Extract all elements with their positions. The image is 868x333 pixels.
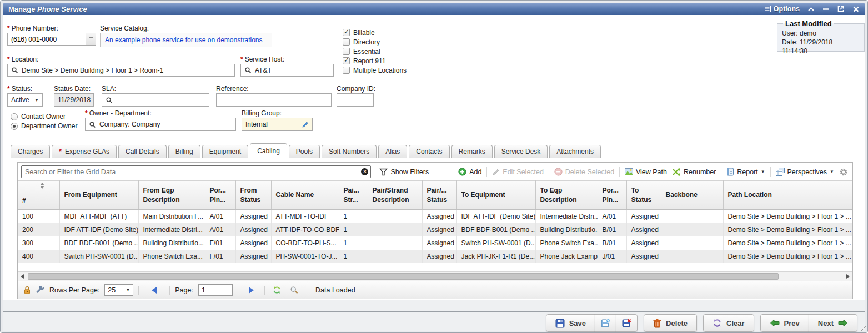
cell: Assigned [626,210,661,223]
next-button[interactable]: Next [809,314,857,332]
radio-contact-owner[interactable]: Contact Owner [11,113,66,120]
page-number-input[interactable] [198,284,233,296]
phone-number-input[interactable] [8,33,86,45]
triangle-left-icon [21,274,24,279]
save-and-close-button[interactable] [616,314,638,332]
delete-button[interactable]: Delete [644,314,697,332]
wrench-icon[interactable] [36,286,44,294]
cell: Assigned [235,236,271,250]
edit-selected-button[interactable]: Edit Selected [492,168,544,176]
rows-per-page-value: 25 [108,286,116,294]
prev-button[interactable]: Prev [760,314,809,332]
column-header-from-equipment[interactable]: From Equipment [59,181,138,210]
company-id-input[interactable] [337,93,374,107]
table-row-100[interactable]: 100MDF ATT-MDF (ATT)Main Distribution F.… [18,210,852,223]
collapse-button[interactable] [807,5,815,13]
column-header-number[interactable]: # [18,181,59,210]
refresh-icon[interactable] [272,286,282,294]
table-row-300[interactable]: 300BDF BDF-B001 (Demo ...Building Distri… [18,236,852,250]
chevron-down-icon: ▼ [34,98,39,103]
sla-lookup[interactable] [102,93,209,107]
reference-input[interactable] [216,93,332,107]
checkbox-multiple-locations[interactable]: ✓Multiple Locations [343,67,407,74]
column-header-from-status[interactable]: FromStatus [235,181,271,210]
tab-alias[interactable]: Alias [378,145,407,158]
column-header-pair-strand-description[interactable]: Pair/StrandDescription [368,181,422,210]
column-header-to-port-pin[interactable]: Por...Pin... [598,181,626,210]
table-row-400[interactable]: 400Switch PH-SW-0001 (D...Phone Switch E… [18,250,852,263]
checkbox-essential[interactable]: ✓Essential [343,48,407,55]
cell: BDF BDF-B001 (Demo ... [456,223,535,236]
checkbox-directory[interactable]: ✓Directory [343,38,407,46]
grid-settings-button[interactable] [839,168,848,176]
location-lookup[interactable]: Demo Site > Demo Building > Floor 1 > Ro… [7,64,235,77]
tab-contacts[interactable]: Contacts [409,145,449,158]
scroll-left-arrow[interactable] [18,272,27,281]
zoom-search-icon[interactable] [290,286,298,294]
add-button[interactable]: Add [458,168,481,176]
tab-expense-glas[interactable]: *Expense GLAs [52,145,117,158]
footer-bar: Save Delete Clear Prev [3,300,865,331]
checkbox-label: Multiple Locations [353,67,407,74]
tab-pools[interactable]: Pools [289,145,320,158]
close-button[interactable] [852,5,860,13]
perspectives-button[interactable]: Perspectives ▼ [776,168,834,176]
report-button[interactable]: Report ▼ [726,168,765,176]
tab-charges[interactable]: Charges [11,145,50,158]
delete-selected-button[interactable]: Delete Selected [554,168,614,176]
next-page-arrow[interactable] [249,287,254,294]
column-header-from-port-pin[interactable]: Por...Pin... [205,181,235,210]
cell: J/01 [598,250,626,263]
clear-button[interactable]: Clear [703,314,754,332]
column-header-from-eqp-description[interactable]: From EqpDescription [138,181,205,210]
rows-per-page-select[interactable]: 25 ▼ [104,284,133,296]
billing-group-field[interactable]: Internal [242,118,313,131]
column-header-pair-strand[interactable]: Pai...Str... [339,181,368,210]
owner-department-lookup[interactable]: Company: Company [85,118,236,131]
save-button[interactable]: Save [546,314,595,332]
clear-refresh-icon [713,319,722,327]
scroll-right-arrow[interactable] [844,272,852,281]
column-header-to-equipment[interactable]: To Equipment [456,181,535,210]
tab-remarks[interactable]: Remarks [451,145,493,158]
tab-service-desk[interactable]: Service Desk [494,145,548,158]
radio-department-owner[interactable]: Department Owner [11,122,77,130]
service-host-lookup[interactable]: AT&T [240,64,334,77]
window-title: Manage Phone Service [8,5,87,13]
column-header-to-eqp-description[interactable]: To EqpDescription [535,181,598,210]
status-select[interactable]: Active ▼ [7,93,43,107]
phone-dial-picker-button[interactable] [86,33,96,45]
lock-icon[interactable] [23,286,31,294]
arrow-left-icon [770,319,780,327]
cell [368,250,422,263]
view-path-button[interactable]: View Path [625,168,667,176]
resize-grip[interactable] [859,325,866,332]
tab-equipment[interactable]: Equipment [202,145,248,158]
column-header-pair-status[interactable]: Pair/...Status [422,181,456,210]
popout-button[interactable] [837,5,845,13]
save-and-new-button[interactable] [595,314,616,332]
scrollbar-thumb[interactable] [28,273,779,280]
tab-soft-numbers[interactable]: Soft Numbers [322,145,377,158]
manage-phone-service-window: Manage Phone Service Options *Phone Numb… [0,0,868,333]
checkbox-report-911[interactable]: ✓Report 911 [343,57,407,64]
options-button[interactable]: Options [764,5,800,13]
horizontal-scrollbar[interactable] [18,271,852,281]
tab-attachments[interactable]: Attachments [549,145,601,158]
tab-call-details[interactable]: Call Details [118,145,167,158]
column-header-cable-name[interactable]: Cable Name [271,181,339,210]
grid-search: × [21,165,371,178]
prev-page-arrow[interactable] [152,287,157,294]
column-header-path-location[interactable]: Path Location [723,181,852,210]
column-header-to-status[interactable]: ToStatus [626,181,661,210]
service-catalog-link[interactable]: An example phone service for use on demo… [105,36,263,44]
tab-billing[interactable]: Billing [168,145,200,158]
renumber-button[interactable]: Renumber [672,168,716,176]
table-row-200[interactable]: 200IDF ATT-IDF (Demo Site)Intermediate D… [18,223,852,236]
minimize-button[interactable] [822,5,830,13]
grid-search-input[interactable] [21,165,371,178]
tab-cabling[interactable]: Cabling [250,143,287,158]
checkbox-billable[interactable]: ✓Billable [343,29,407,36]
show-filters-button[interactable]: Show Filters [379,168,429,176]
column-header-backbone[interactable]: Backbone [661,181,723,210]
